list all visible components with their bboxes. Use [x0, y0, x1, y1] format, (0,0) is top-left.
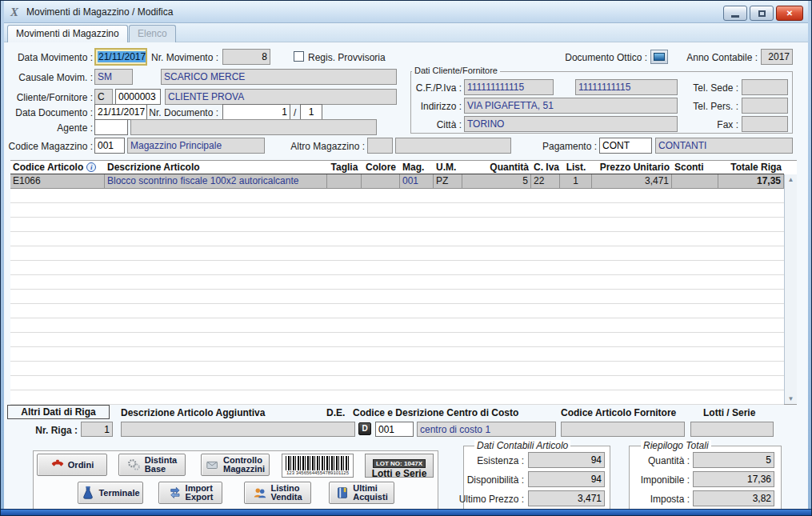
- grid-rows[interactable]: E1066Blocco scontrino fiscale 100x2 auto…: [10, 174, 784, 404]
- listino-vendita-button[interactable]: ListinoVendita: [244, 482, 311, 504]
- grid-col-header[interactable]: U.M.: [434, 161, 462, 174]
- documento-ottico-icon: [654, 53, 665, 61]
- scroll-up-icon[interactable]: ▲: [785, 176, 797, 183]
- table-row-empty[interactable]: [10, 189, 784, 203]
- phone-icon: [50, 458, 65, 472]
- cf-piva-label: C.F./P.Iva :: [410, 80, 462, 96]
- grid-col-header[interactable]: Quantità: [462, 161, 531, 174]
- grid-cell-civa[interactable]: 22: [531, 174, 560, 188]
- centro-costo-code-field[interactable]: 001: [375, 422, 414, 437]
- cliente-fornitore-type-field[interactable]: C: [94, 89, 113, 105]
- cliente-fornitore-label: Cliente/Fornitore :: [5, 90, 93, 106]
- scroll-down-icon[interactable]: ▼: [785, 395, 797, 402]
- grid-col-header[interactable]: Colore: [362, 161, 400, 174]
- table-row-empty[interactable]: [10, 218, 784, 232]
- causale-desc-field: SCARICO MERCE: [161, 69, 397, 85]
- window-frame-left: [1, 1, 4, 515]
- quantita-field: 5: [693, 452, 774, 468]
- grid-cell-sconti[interactable]: [672, 174, 718, 188]
- minimize-button[interactable]: [723, 6, 747, 21]
- ordini-button[interactable]: Ordini: [37, 454, 107, 476]
- lotti-e-serie-button[interactable]: LOT NO: 1047X Lotti e Serie: [365, 454, 434, 478]
- grid-col-header[interactable]: Taglia: [327, 161, 362, 174]
- grid-col-header[interactable]: Prezzo Unitario: [592, 161, 672, 174]
- nr-riga-label: Nr. Riga :: [25, 422, 78, 438]
- minimize-icon: [731, 15, 739, 18]
- altri-dati-di-riga-button[interactable]: Altri Dati di Riga: [7, 405, 110, 419]
- grid-cell-totale[interactable]: 17,35: [718, 174, 784, 188]
- grid-cell-prezzo[interactable]: 3,471: [592, 174, 672, 188]
- table-row-empty[interactable]: [10, 376, 784, 390]
- documento-ottico-button[interactable]: [650, 50, 668, 64]
- grid-cell-list[interactable]: 1: [560, 174, 592, 188]
- table-row[interactable]: E1066Blocco scontrino fiscale 100x2 auto…: [10, 174, 784, 189]
- table-row-empty[interactable]: [10, 333, 784, 347]
- grid-cell-colore[interactable]: [362, 174, 400, 188]
- grid-col-header[interactable]: Descrizione Articolo: [105, 161, 327, 174]
- pagamento-code-field[interactable]: CONT: [599, 138, 652, 154]
- grid-cell-descrizione[interactable]: Blocco scontrino fiscale 100x2 autorical…: [105, 174, 327, 188]
- distinta-base-button[interactable]: DistintaBase: [118, 454, 186, 476]
- grid-cell-mag[interactable]: 001: [400, 174, 434, 188]
- tab-elenco[interactable]: Elenco: [129, 25, 176, 42]
- terminale-button[interactable]: Terminale: [78, 482, 143, 504]
- table-row-empty[interactable]: [10, 347, 784, 362]
- import-export-button[interactable]: ImportExport: [158, 482, 222, 504]
- grid-scrollbar[interactable]: ▲ ▼: [784, 174, 797, 404]
- lotti-serie-field[interactable]: [690, 422, 774, 437]
- causale-code-field[interactable]: SM: [94, 69, 133, 85]
- ultimo-prezzo-label: Ultimo Prezzo :: [458, 491, 524, 507]
- regis-provvisoria-checkbox[interactable]: [294, 51, 304, 62]
- table-row-empty[interactable]: [10, 203, 784, 218]
- nr-documento-field2[interactable]: 1: [300, 104, 322, 120]
- table-row-empty[interactable]: [10, 232, 784, 246]
- documento-ottico-label: Documento Ottico :: [561, 50, 647, 66]
- table-row-empty[interactable]: [10, 261, 784, 275]
- window-title: Movimenti di Magazzino / Modifica: [26, 6, 173, 18]
- tab-movimenti[interactable]: Movimenti di Magazzino: [7, 25, 128, 42]
- grid-col-header[interactable]: Sconti: [672, 161, 718, 174]
- table-row-empty[interactable]: [10, 390, 784, 405]
- imposta-field: 3,82: [693, 490, 774, 506]
- controllo-magazzini-button[interactable]: ControlloMagazzini: [201, 454, 270, 476]
- agente-code-field[interactable]: [94, 119, 128, 135]
- nr-documento-field[interactable]: 1: [222, 104, 290, 120]
- grid-col-header[interactable]: Mag.: [400, 161, 434, 174]
- window-frame-right: [808, 1, 811, 515]
- grid-cell-quantita[interactable]: 5: [462, 174, 531, 188]
- gears-icon: [127, 458, 142, 472]
- grid-col-header[interactable]: C. Iva: [531, 161, 560, 174]
- cod-art-fornitore-field[interactable]: [561, 422, 685, 437]
- lotti-serie-header: Lotti / Serie: [703, 407, 755, 418]
- info-icon[interactable]: i: [86, 162, 96, 172]
- table-row-empty[interactable]: [10, 318, 784, 333]
- maximize-button[interactable]: [750, 6, 774, 21]
- nr-movimento-label: Nr. Movimento :: [149, 50, 218, 66]
- table-row-empty[interactable]: [10, 290, 784, 304]
- barcode-button[interactable]: 123 34565644554789101125: [282, 454, 354, 478]
- descr-aggiuntiva-field[interactable]: [121, 422, 355, 437]
- grid-cell-taglia[interactable]: [327, 174, 362, 188]
- de-button[interactable]: D: [358, 422, 371, 435]
- close-button[interactable]: ✕: [776, 6, 803, 21]
- pagamento-label: Pagamento :: [517, 138, 597, 154]
- grid-cell-um[interactable]: PZ: [434, 174, 462, 188]
- cf-piva-field2: 11111111115: [575, 79, 678, 95]
- cliente-fornitore-code-field[interactable]: 0000003: [115, 89, 161, 105]
- table-row-empty[interactable]: [10, 304, 784, 318]
- table-row-empty[interactable]: [10, 246, 784, 261]
- table-row-empty[interactable]: [10, 362, 784, 376]
- altro-magazzino-code-field: [367, 138, 393, 154]
- data-movimento-field[interactable]: 21/11/2017: [94, 48, 147, 66]
- ultimi-acquisti-button[interactable]: UltimiAcquisti: [329, 482, 394, 504]
- table-row-empty[interactable]: [10, 275, 784, 290]
- grid-col-header[interactable]: Totale Riga: [718, 161, 784, 174]
- grid-cell-codice[interactable]: E1066: [10, 174, 105, 188]
- imponibile-label: Imponibile :: [632, 472, 690, 488]
- grid-col-header[interactable]: List.: [560, 161, 592, 174]
- codice-magazzino-code-field[interactable]: 001: [94, 138, 125, 154]
- disponibilita-label: Disponibilità :: [466, 472, 524, 488]
- grid-col-header[interactable]: Codice Articoloi: [10, 161, 105, 174]
- data-documento-field[interactable]: 21/11/2017: [94, 104, 147, 120]
- title-bar[interactable]: X Movimenti di Magazzino / Modifica ✕: [1, 1, 811, 23]
